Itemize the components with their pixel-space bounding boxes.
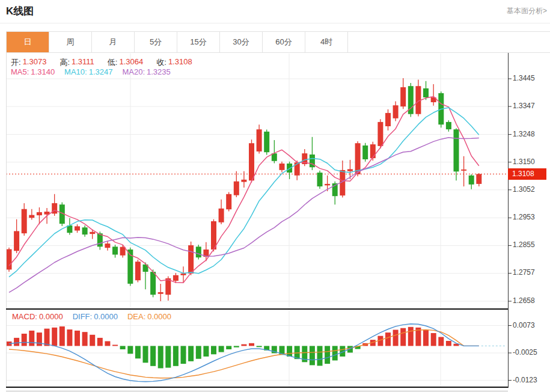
- macd-bar: [257, 346, 262, 347]
- candle: [377, 122, 383, 146]
- candle: [454, 129, 459, 171]
- candle: [347, 169, 353, 171]
- candle: [476, 174, 481, 184]
- macd-bar: [127, 346, 133, 354]
- macd-bar: [423, 330, 429, 346]
- candle: [257, 129, 262, 152]
- macd-bar: [135, 346, 141, 358]
- last-price-badge: 1.3108: [508, 168, 546, 180]
- candle: [355, 143, 361, 174]
- macd-bar: [332, 346, 338, 360]
- macd-bar: [105, 341, 110, 346]
- candle: [446, 122, 451, 129]
- candle: [287, 164, 292, 173]
- macd-bar: [181, 346, 186, 364]
- macd-bar: [310, 346, 315, 365]
- macd-bar: [431, 333, 436, 346]
- macd-bar: [165, 346, 171, 367]
- candle: [234, 182, 239, 195]
- candle: [400, 87, 406, 106]
- macd-bar: [408, 327, 414, 346]
- macd-bar: [97, 338, 103, 346]
- candle: [158, 292, 163, 294]
- candle: [75, 226, 80, 230]
- macd-bar: [196, 346, 201, 358]
- kline-page: K线图 基本面分析> 日周月5分15分30分60分4时 开:1.3073高:1.…: [0, 0, 550, 392]
- macd-bar: [14, 338, 19, 346]
- macd-bar: [385, 332, 391, 346]
- macd-bar: [75, 331, 80, 346]
- candle: [135, 262, 141, 280]
- candle: [14, 231, 19, 251]
- macd-bar: [60, 326, 65, 346]
- macd-bar: [438, 337, 444, 346]
- macd-bar: [22, 334, 27, 346]
- candle: [317, 173, 323, 186]
- candle: [112, 247, 118, 254]
- macd-bar: [67, 329, 72, 346]
- candle: [362, 145, 368, 159]
- candle: [249, 143, 254, 180]
- macd-bar: [44, 329, 50, 346]
- candle: [469, 176, 474, 185]
- macd-bar: [446, 341, 451, 346]
- candle: [105, 243, 110, 248]
- candle: [173, 275, 179, 281]
- candle: [370, 144, 376, 158]
- macd-histogram: [7, 326, 459, 369]
- macd-bar: [52, 328, 57, 346]
- candle: [82, 227, 88, 234]
- candle: [461, 170, 466, 171]
- macd-bar: [219, 346, 224, 352]
- macd-bar: [234, 346, 239, 347]
- macd-bar: [393, 330, 399, 346]
- macd-bar: [112, 345, 118, 346]
- candle: [385, 113, 391, 126]
- candle: [7, 250, 12, 270]
- candle: [188, 245, 194, 274]
- candle: [280, 164, 285, 170]
- ma20-line: [9, 138, 479, 293]
- macd-bar: [158, 346, 163, 368]
- macd-bar: [143, 346, 148, 363]
- ma10-line: [9, 108, 479, 277]
- macd-bar: [400, 328, 406, 346]
- candle: [22, 209, 27, 233]
- macd-bar: [325, 346, 330, 364]
- macd-bar: [211, 346, 216, 354]
- kline-chart: [0, 0, 550, 392]
- macd-bar: [317, 346, 323, 366]
- macd-bar: [249, 343, 254, 346]
- macd-bar: [203, 346, 209, 357]
- macd-bar: [37, 332, 42, 346]
- candle: [196, 247, 201, 257]
- candle: [150, 272, 156, 295]
- macd-bar: [90, 335, 95, 346]
- candle: [181, 274, 186, 275]
- macd-bar: [150, 346, 156, 366]
- macd-bar: [287, 346, 292, 357]
- candle: [393, 105, 399, 118]
- candle: [37, 212, 42, 215]
- candle: [423, 88, 429, 97]
- candle: [241, 180, 246, 182]
- candle: [226, 194, 231, 209]
- candle: [120, 247, 126, 256]
- macd-bar: [29, 331, 34, 346]
- candle: [29, 215, 34, 218]
- macd-bar: [241, 345, 246, 346]
- macd-bar: [82, 332, 88, 346]
- candle: [325, 184, 330, 185]
- candle: [264, 132, 269, 152]
- macd-bar: [188, 346, 194, 361]
- candle: [219, 209, 224, 222]
- macd-bar: [173, 346, 179, 366]
- candle: [90, 232, 95, 234]
- macd-bar: [120, 346, 126, 349]
- macd-bar: [226, 346, 231, 349]
